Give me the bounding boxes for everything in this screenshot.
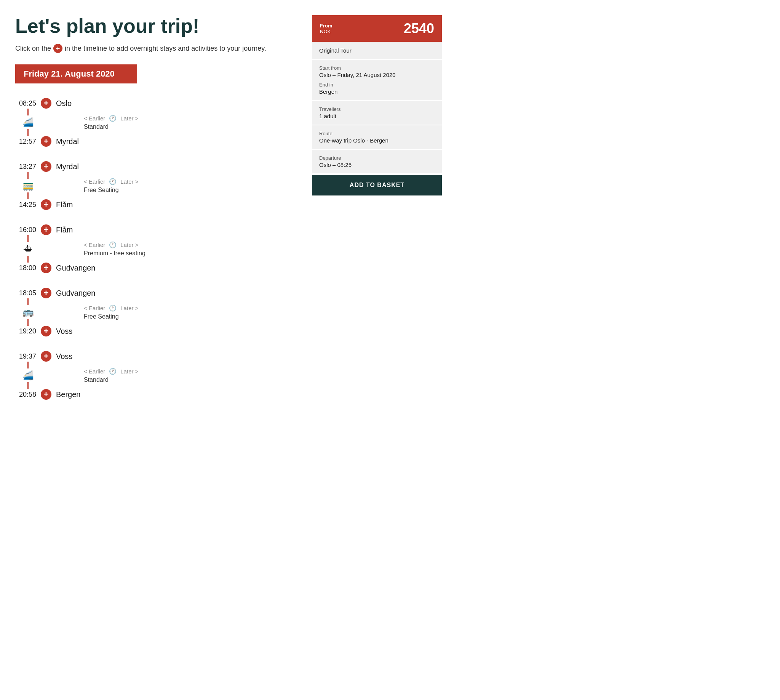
later-btn-1[interactable]: Later > xyxy=(120,115,138,122)
clock-icon-4: 🕐 xyxy=(109,305,116,312)
arr-station-2: Flåm xyxy=(56,200,73,209)
earlier-btn-2[interactable]: < Earlier xyxy=(84,178,105,185)
travellers-label: Travellers xyxy=(319,106,435,112)
price-value: 2540 xyxy=(404,21,434,37)
add-button-flam-2[interactable]: + xyxy=(41,225,52,235)
route-label: Route xyxy=(319,131,435,137)
arr-time-1: 12:57 xyxy=(15,138,36,145)
price-currency: NOK xyxy=(320,28,333,34)
add-button-voss-1[interactable]: + xyxy=(41,326,52,337)
add-to-basket-button[interactable]: ADD TO BASKET xyxy=(312,175,442,195)
plus-icon-inline: + xyxy=(53,44,62,53)
clock-icon-5: 🕐 xyxy=(109,368,116,375)
dep-time-2: 13:27 xyxy=(15,163,36,171)
tour-type-value: Original Tour xyxy=(319,47,435,54)
add-button-bergen[interactable]: + xyxy=(41,389,52,400)
dep-time-5: 19:37 xyxy=(15,352,36,360)
seat-type-4: Free Seating xyxy=(84,313,297,320)
later-btn-4[interactable]: Later > xyxy=(120,305,138,311)
time-controls-4: < Earlier 🕐 Later > xyxy=(84,305,297,312)
transport-icon-2: 🚃 xyxy=(22,180,34,191)
seat-type-1: Standard xyxy=(84,123,297,130)
end-label: End in xyxy=(319,82,435,88)
price-header: From NOK 2540 xyxy=(312,15,442,42)
subtitle-after: in the timeline to add overnight stays a… xyxy=(65,45,266,53)
price-from-label: From xyxy=(320,23,333,28)
segment-5: 19:37 + Voss 🚄 20:58 xyxy=(15,348,297,403)
later-btn-2[interactable]: Later > xyxy=(120,178,138,185)
dep-station-2: Myrdal xyxy=(56,162,79,171)
subtitle-before: Click on the xyxy=(15,45,51,53)
transport-icon-4: 🚌 xyxy=(22,307,34,317)
segment-3: 16:00 + Flåm ⛴ 18:00 xyxy=(15,222,297,276)
route-section: Route One-way trip Oslo - Bergen xyxy=(312,125,442,149)
arr-time-4: 19:20 xyxy=(15,327,36,335)
time-controls-1: < Earlier 🕐 Later > xyxy=(84,115,297,122)
add-button-voss-2[interactable]: + xyxy=(41,351,52,362)
seat-type-3: Premium - free seating xyxy=(84,250,297,257)
tour-type-section: Original Tour xyxy=(312,42,442,59)
price-from-block: From NOK xyxy=(320,23,333,34)
date-banner: Friday 21. August 2020 xyxy=(15,64,137,83)
main-content: Let's plan your trip! Click on the + in … xyxy=(15,15,297,403)
start-label: Start from xyxy=(319,65,435,71)
seat-type-2: Free Seating xyxy=(84,187,297,193)
timeline: 08:25 + Oslo 🚄 12:57 xyxy=(15,95,297,403)
earlier-btn-4[interactable]: < Earlier xyxy=(84,305,105,311)
time-controls-5: < Earlier 🕐 Later > xyxy=(84,368,297,375)
subtitle: Click on the + in the timeline to add ov… xyxy=(15,44,297,53)
time-controls-2: < Earlier 🕐 Later > xyxy=(84,178,297,185)
add-button-myrdal-2[interactable]: + xyxy=(41,161,52,172)
dep-station-1: Oslo xyxy=(56,99,72,108)
arr-time-2: 14:25 xyxy=(15,201,36,209)
dep-time-4: 18:05 xyxy=(15,289,36,297)
add-button-oslo[interactable]: + xyxy=(41,98,52,108)
seat-type-5: Standard xyxy=(84,377,297,383)
earlier-btn-5[interactable]: < Earlier xyxy=(84,368,105,375)
segment-2: 13:27 + Myrdal 🚃 14:25 xyxy=(15,158,297,213)
dep-time-3: 16:00 xyxy=(15,226,36,234)
add-button-myrdal-1[interactable]: + xyxy=(41,136,52,147)
route-value: One-way trip Oslo - Bergen xyxy=(319,137,435,144)
dep-time-1: 08:25 xyxy=(15,100,36,107)
page-title: Let's plan your trip! xyxy=(15,15,297,37)
add-button-gudvangen-2[interactable]: + xyxy=(41,288,52,298)
departure-label: Departure xyxy=(319,155,435,161)
earlier-btn-1[interactable]: < Earlier xyxy=(84,115,105,122)
sidebar: From NOK 2540 Original Tour Start from O… xyxy=(312,15,442,195)
clock-icon-3: 🕐 xyxy=(109,241,116,248)
travellers-value: 1 adult xyxy=(319,113,435,119)
start-value: Oslo – Friday, 21 August 2020 xyxy=(319,72,435,78)
time-controls-3: < Earlier 🕐 Later > xyxy=(84,241,297,248)
later-btn-3[interactable]: Later > xyxy=(120,242,138,248)
departure-section: Departure Oslo – 08:25 xyxy=(312,150,442,173)
segment-1: 08:25 + Oslo 🚄 12:57 xyxy=(15,95,297,150)
travellers-section: Travellers 1 adult xyxy=(312,101,442,125)
add-button-flam-1[interactable]: + xyxy=(41,199,52,210)
start-section: Start from Oslo – Friday, 21 August 2020… xyxy=(312,60,442,100)
arr-station-1: Myrdal xyxy=(56,137,79,146)
arr-time-5: 20:58 xyxy=(15,391,36,398)
transport-icon-1: 🚄 xyxy=(22,117,34,128)
dep-station-5: Voss xyxy=(56,352,72,361)
clock-icon-1: 🕐 xyxy=(109,115,116,122)
segment-4: 18:05 + Gudvangen 🚌 19:20 xyxy=(15,285,297,340)
later-btn-5[interactable]: Later > xyxy=(120,368,138,375)
clock-icon-2: 🕐 xyxy=(109,178,116,185)
dep-station-3: Flåm xyxy=(56,226,73,234)
arr-station-4: Voss xyxy=(56,327,72,336)
departure-value: Oslo – 08:25 xyxy=(319,162,435,168)
end-value: Bergen xyxy=(319,88,435,95)
transport-icon-3: ⛴ xyxy=(23,243,33,254)
add-button-gudvangen-1[interactable]: + xyxy=(41,263,52,273)
arr-time-3: 18:00 xyxy=(15,264,36,272)
transport-icon-5: 🚄 xyxy=(22,370,34,381)
earlier-btn-3[interactable]: < Earlier xyxy=(84,242,105,248)
